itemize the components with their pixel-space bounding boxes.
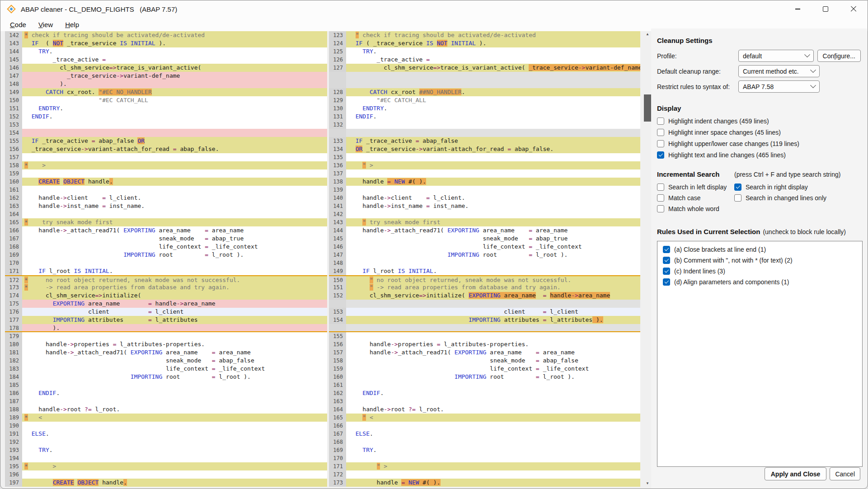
checkbox-checked[interactable] xyxy=(663,268,670,275)
code-text: * -> read area properties from database … xyxy=(22,283,327,292)
code-text xyxy=(346,324,640,331)
line-number: 142 xyxy=(5,31,22,39)
display-option[interactable]: Highlight inner space changes (45 lines) xyxy=(657,129,861,136)
line-number xyxy=(329,300,346,308)
display-option[interactable]: Highlight indent changes (459 lines) xyxy=(657,118,861,125)
code-text: " > xyxy=(346,462,640,470)
display-option[interactable]: Highlight upper/lower case changes (119 … xyxy=(657,140,861,147)
line-number xyxy=(329,129,346,137)
code-text xyxy=(22,397,327,405)
code-text: handle->client = l_client. xyxy=(22,194,327,202)
line-number: 126 xyxy=(329,56,346,64)
code-text xyxy=(346,259,640,267)
code-line: 163 xyxy=(329,397,640,405)
line-number: 153 xyxy=(329,308,346,316)
line-number: 136 xyxy=(329,161,346,169)
incremental-search-hint: (press Ctrl + F and type search string) xyxy=(734,171,840,178)
diff-right-pane[interactable]: 123 " check if tracing should be activat… xyxy=(329,31,640,487)
line-number: 151 xyxy=(329,283,346,292)
cleanup-range-dropdown[interactable]: Current method etc. xyxy=(738,65,820,77)
apply-and-close-button[interactable]: Apply and Close xyxy=(765,467,827,480)
code-line: 186 ENDIF. xyxy=(5,389,327,397)
check-icon xyxy=(664,279,669,284)
code-text: TRY. xyxy=(22,47,327,56)
code-line: 167 ELSE. xyxy=(329,430,640,438)
line-number: 160 xyxy=(5,178,22,186)
display-option[interactable]: Highlight text and line changes (465 lin… xyxy=(657,151,861,159)
code-line: 151 ENDTRY. xyxy=(5,104,327,113)
line-number: 163 xyxy=(5,202,22,210)
checkbox-unchecked[interactable] xyxy=(657,140,664,147)
line-number: 144 xyxy=(5,47,22,56)
line-number: 175 xyxy=(5,300,22,308)
code-text xyxy=(346,397,640,405)
line-number xyxy=(329,80,346,88)
check-icon xyxy=(736,184,740,189)
line-number: 195 xyxy=(5,462,22,470)
close-button[interactable] xyxy=(840,0,868,18)
code-text xyxy=(22,169,327,178)
code-line: 128 CATCH cx_root ##NO_HANDLER. xyxy=(329,88,640,96)
code-text: handle->properties = l_attributes-proper… xyxy=(346,340,640,348)
checkbox-unchecked[interactable] xyxy=(734,194,741,202)
code-text: IF _trace_active = abap_false OR xyxy=(22,137,327,145)
diff-left-pane[interactable]: 142* check if tracing should be activate… xyxy=(5,31,327,487)
search-option[interactable]: Search in left display xyxy=(657,183,734,191)
line-number xyxy=(329,72,346,80)
configure-button[interactable]: Configure... xyxy=(817,50,861,62)
code-text: IMPORTING attributes = l_attributes ). xyxy=(346,316,640,324)
vertical-scrollbar[interactable]: ▲ ▼ xyxy=(644,31,651,487)
code-line: 169 TRY. xyxy=(329,446,640,454)
checkbox-checked[interactable] xyxy=(657,151,664,159)
line-number: 142 xyxy=(329,210,346,218)
checkbox-unchecked[interactable] xyxy=(657,118,664,125)
checkbox-unchecked[interactable] xyxy=(657,129,664,136)
rule-option-label: (a) Close brackets at line end (1) xyxy=(674,246,766,253)
code-text: handle->client = l_client. xyxy=(346,194,640,202)
menu-item-view[interactable]: View xyxy=(33,19,58,30)
scroll-down-icon[interactable]: ▼ xyxy=(644,480,651,487)
code-line: 173* -> read area properties from databa… xyxy=(5,283,327,292)
rules-heading: Rules Used in Current Selection xyxy=(657,228,760,235)
rules-list[interactable]: (a) Close brackets at line end (1)(b) Co… xyxy=(657,241,863,467)
line-number: 147 xyxy=(329,251,346,259)
line-number: 173 xyxy=(329,479,346,487)
scrollbar-thumb[interactable] xyxy=(644,94,651,122)
scroll-up-icon[interactable]: ▲ xyxy=(644,31,651,38)
search-option[interactable]: Search in right display xyxy=(734,183,861,191)
search-option[interactable]: Search in changed lines only xyxy=(734,194,861,202)
line-number: 147 xyxy=(5,72,22,80)
menu-item-code[interactable]: Code xyxy=(5,19,32,30)
code-line: 188 handle->root ?= l_root. xyxy=(5,405,327,414)
rule-option-label: (d) Align parameters and components (1) xyxy=(674,278,789,286)
line-number: 143 xyxy=(329,218,346,226)
maximize-button[interactable] xyxy=(812,0,840,18)
checkbox-checked[interactable] xyxy=(663,257,670,264)
rules-hint: (uncheck to block rule locally) xyxy=(763,228,846,235)
rule-option[interactable]: (c) Indent lines (3) xyxy=(663,268,862,275)
checkbox-checked[interactable] xyxy=(663,246,670,253)
search-option[interactable]: Match whole word xyxy=(657,205,734,212)
code-text: sneak_mode = abap_false xyxy=(346,357,640,365)
checkbox-checked[interactable] xyxy=(663,278,670,286)
cancel-button[interactable]: Cancel xyxy=(830,467,860,480)
line-number: 165 xyxy=(329,414,346,422)
rule-option[interactable]: (b) Comment with ", not with * (for text… xyxy=(663,257,862,264)
checkbox-checked[interactable] xyxy=(734,183,741,191)
checkbox-unchecked[interactable] xyxy=(657,194,664,202)
code-text xyxy=(346,129,640,137)
line-number: 166 xyxy=(5,226,22,235)
profile-dropdown[interactable]: default xyxy=(738,50,814,62)
rule-option[interactable]: (a) Close brackets at line end (1) xyxy=(663,246,862,253)
menu-item-help[interactable]: Help xyxy=(60,19,84,30)
code-line: 131 ENDIF. xyxy=(329,113,640,121)
code-line: 160 CREATE OBJECT handle. xyxy=(5,178,327,186)
code-line: 192 xyxy=(5,438,327,446)
rule-option[interactable]: (d) Align parameters and components (1) xyxy=(663,278,862,286)
syntax-restrict-dropdown[interactable]: ABAP 7.58 xyxy=(738,80,820,93)
code-text: sneak_mode = abap_true xyxy=(346,235,640,243)
minimize-button[interactable] xyxy=(784,0,812,18)
checkbox-unchecked[interactable] xyxy=(657,183,664,191)
checkbox-unchecked[interactable] xyxy=(657,205,664,212)
search-option[interactable]: Match case xyxy=(657,194,734,202)
